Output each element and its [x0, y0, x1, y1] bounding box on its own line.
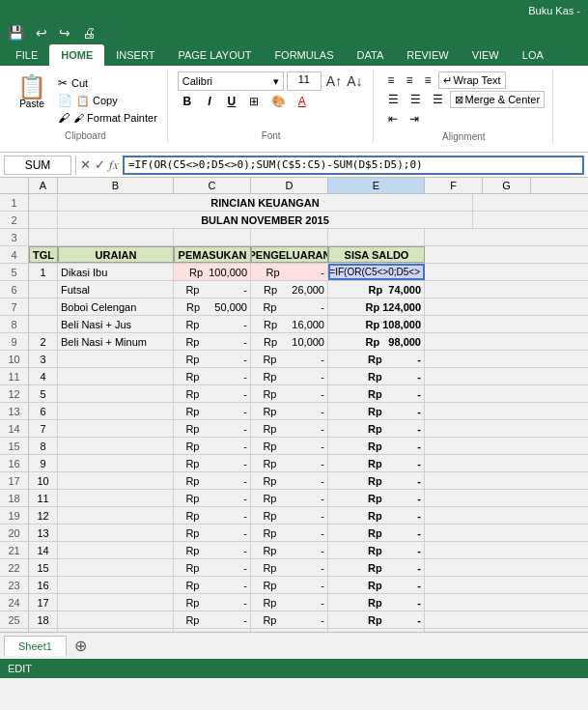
bold-button[interactable]: B [178, 93, 197, 110]
cell-e20[interactable]: Rp - [328, 525, 425, 541]
cell-d10[interactable]: Rp - [251, 351, 328, 367]
cell-b5[interactable]: Dikasi Ibu [58, 264, 174, 280]
cell-c25[interactable]: Rp - [174, 611, 251, 628]
indent-decrease[interactable]: ⇤ [383, 110, 403, 128]
cell-c7[interactable]: Rp 50,000 [174, 298, 251, 315]
cell-c13[interactable]: Rp - [174, 403, 251, 419]
cell-c6[interactable]: Rp - [174, 281, 251, 298]
cell-a3[interactable] [29, 229, 58, 245]
col-header-e[interactable]: E [328, 178, 425, 193]
cell-a24[interactable]: 17 [29, 594, 58, 611]
cell-a25[interactable]: 18 [29, 611, 58, 628]
cell-b25[interactable] [58, 611, 174, 628]
sheet-tab-sheet1[interactable]: Sheet1 [4, 636, 67, 656]
cell-b16[interactable] [58, 455, 174, 471]
cell-a10[interactable]: 3 [29, 351, 58, 367]
cell-a21[interactable]: 14 [29, 542, 58, 558]
tab-home[interactable]: HOME [49, 44, 104, 66]
underline-button[interactable]: U [222, 93, 241, 110]
cell-b20[interactable] [58, 525, 174, 541]
cell-a15[interactable]: 8 [29, 438, 58, 454]
tab-file[interactable]: FILE [4, 44, 49, 66]
cell-b12[interactable] [58, 385, 174, 402]
cell-c12[interactable]: Rp - [174, 385, 251, 402]
font-size-increase[interactable]: A↑ [324, 73, 344, 89]
cell-a8[interactable] [29, 316, 58, 332]
cell-e4[interactable]: SISA SALDO [328, 246, 425, 263]
italic-button[interactable]: I [200, 93, 219, 110]
cell-c8[interactable]: Rp - [174, 316, 251, 332]
paste-button[interactable]: 📋 Paste [12, 71, 52, 113]
cell-c4[interactable]: PEMASUKAN [174, 246, 251, 263]
cell-b19[interactable] [58, 507, 174, 524]
cell-a19[interactable]: 12 [29, 507, 58, 524]
undo-icon[interactable]: ↩ [32, 23, 51, 43]
cell-d22[interactable]: Rp - [251, 559, 328, 576]
cell-e7[interactable]: Rp 124,000 [328, 298, 425, 315]
print-icon[interactable]: 🖨 [78, 23, 99, 43]
cell-e13[interactable]: Rp - [328, 403, 425, 419]
cell-b15[interactable] [58, 438, 174, 454]
cell-b21[interactable] [58, 542, 174, 558]
cell-e26[interactable]: Rp - [328, 629, 425, 632]
cell-a7[interactable] [29, 298, 58, 315]
cell-d15[interactable]: Rp - [251, 438, 328, 454]
cell-a4[interactable]: TGL [29, 246, 58, 263]
cell-e6[interactable]: Rp 74,000 [328, 281, 425, 298]
cell-c9[interactable]: Rp - [174, 333, 251, 350]
align-top-center[interactable]: ≡ [402, 71, 418, 89]
col-header-d[interactable]: D [251, 178, 328, 193]
cell-b2[interactable]: BULAN NOVEMBER 2015 [58, 212, 473, 228]
cell-b18[interactable] [58, 490, 174, 506]
cell-e3[interactable] [328, 229, 425, 245]
cell-d18[interactable]: Rp - [251, 490, 328, 506]
cell-b3[interactable] [58, 229, 174, 245]
cell-a16[interactable]: 9 [29, 455, 58, 471]
cell-b24[interactable] [58, 594, 174, 611]
tab-loa[interactable]: LOA [511, 44, 555, 66]
save-icon[interactable]: 💾 [4, 23, 28, 43]
tab-view[interactable]: VIEW [461, 44, 511, 66]
cell-b4[interactable]: URAIAN [58, 246, 174, 263]
tab-page-layout[interactable]: PAGE LAYOUT [166, 44, 263, 66]
cancel-formula-button[interactable]: ✕ [80, 157, 91, 173]
redo-icon[interactable]: ↪ [55, 23, 74, 43]
cell-e5[interactable]: =IF(OR(C5<>0;D5<> [328, 264, 425, 280]
cell-a18[interactable]: 11 [29, 490, 58, 506]
name-box[interactable]: SUM [4, 156, 71, 175]
col-header-f[interactable]: F [425, 178, 483, 193]
cell-c17[interactable]: Rp - [174, 472, 251, 489]
tab-insert[interactable]: INSERT [104, 44, 166, 66]
tab-formulas[interactable]: FORMULAS [263, 44, 345, 66]
cell-a26[interactable]: 19 [29, 629, 58, 632]
cell-a17[interactable]: 10 [29, 472, 58, 489]
cell-e8[interactable]: Rp 108,000 [328, 316, 425, 332]
cell-c18[interactable]: Rp - [174, 490, 251, 506]
align-top-left[interactable]: ≡ [383, 71, 400, 89]
cell-a14[interactable]: 7 [29, 420, 58, 437]
cell-a23[interactable]: 16 [29, 577, 58, 593]
cell-b17[interactable] [58, 472, 174, 489]
wrap-text-button[interactable]: ↵ Wrap Text [438, 71, 506, 89]
cell-a20[interactable]: 13 [29, 525, 58, 541]
align-right[interactable]: ☰ [428, 91, 448, 108]
copy-button[interactable]: 📄 📋 Copy [56, 93, 159, 108]
cell-b6[interactable]: Futsal [58, 281, 174, 298]
cell-d11[interactable]: Rp - [251, 368, 328, 384]
cell-b9[interactable]: Beli Nasi + Minum [58, 333, 174, 350]
cell-e10[interactable]: Rp - [328, 351, 425, 367]
cell-d9[interactable]: Rp 10,000 [251, 333, 328, 350]
cell-e15[interactable]: Rp - [328, 438, 425, 454]
cell-e24[interactable]: Rp - [328, 594, 425, 611]
tab-data[interactable]: DATA [346, 44, 396, 66]
cell-d20[interactable]: Rp - [251, 525, 328, 541]
cell-b14[interactable] [58, 420, 174, 437]
confirm-formula-button[interactable]: ✓ [95, 157, 105, 173]
cell-b11[interactable] [58, 368, 174, 384]
cell-c24[interactable]: Rp - [174, 594, 251, 611]
cell-a1[interactable] [29, 194, 58, 211]
cell-d17[interactable]: Rp - [251, 472, 328, 489]
border-button[interactable]: ⊞ [244, 93, 264, 110]
cell-c23[interactable]: Rp - [174, 577, 251, 593]
cell-b8[interactable]: Beli Nasi + Jus [58, 316, 174, 332]
